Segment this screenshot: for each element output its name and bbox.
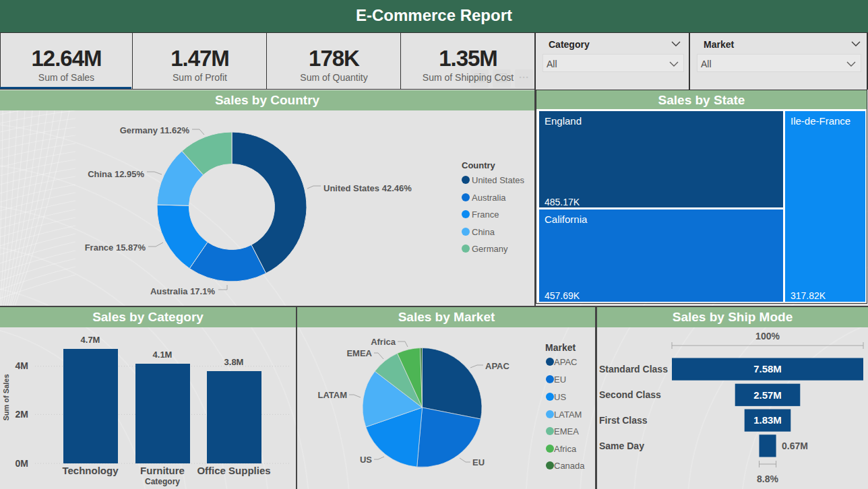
svg-text:Furniture: Furniture — [140, 465, 185, 476]
svg-text:Sum of Sales: Sum of Sales — [2, 374, 10, 420]
svg-text:3.8M: 3.8M — [224, 357, 244, 367]
svg-text:EU: EU — [554, 374, 566, 385]
svg-text:France: France — [472, 209, 499, 220]
svg-text:US: US — [360, 455, 372, 465]
svg-text:Office Supplies: Office Supplies — [197, 465, 270, 476]
svg-text:United States: United States — [472, 175, 525, 185]
svg-text:1.83M: 1.83M — [753, 414, 782, 426]
svg-text:Africa: Africa — [554, 444, 577, 454]
svg-text:Africa: Africa — [371, 337, 396, 347]
svg-text:Germany 11.62%: Germany 11.62% — [120, 125, 190, 135]
svg-text:Category: Category — [145, 477, 180, 486]
svg-text:7.58M: 7.58M — [753, 363, 782, 374]
svg-text:Country: Country — [462, 160, 496, 170]
svg-text:United States 42.46%: United States 42.46% — [323, 183, 412, 193]
svg-text:Australia 17.1%: Australia 17.1% — [150, 286, 216, 296]
svg-text:Australia: Australia — [472, 193, 506, 203]
svg-text:LATAM: LATAM — [317, 390, 347, 400]
svg-text:France 15.87%: France 15.87% — [85, 242, 146, 253]
svg-text:Canada: Canada — [554, 461, 585, 471]
svg-text:EU: EU — [472, 457, 485, 467]
svg-text:Standard Class: Standard Class — [599, 364, 668, 374]
svg-text:Germany: Germany — [472, 244, 508, 254]
svg-text:APAC: APAC — [485, 361, 509, 371]
svg-text:EMEA: EMEA — [554, 426, 579, 436]
svg-text:APAC: APAC — [554, 357, 577, 367]
svg-text:Technology: Technology — [62, 465, 119, 476]
svg-text:100%: 100% — [755, 331, 780, 341]
svg-text:China: China — [472, 227, 495, 237]
svg-text:First Class: First Class — [599, 415, 648, 426]
svg-text:2.57M: 2.57M — [753, 389, 782, 401]
svg-text:4.7M: 4.7M — [81, 335, 100, 345]
svg-text:2M: 2M — [16, 409, 28, 420]
svg-text:LATAM: LATAM — [554, 410, 582, 420]
svg-text:0.67M: 0.67M — [782, 441, 808, 451]
svg-text:4.1M: 4.1M — [153, 350, 173, 360]
svg-text:EMEA: EMEA — [346, 348, 372, 358]
svg-text:Same Day: Same Day — [599, 441, 644, 451]
svg-text:China 12.95%: China 12.95% — [88, 169, 144, 179]
svg-text:Market: Market — [545, 342, 576, 353]
svg-text:Second Class: Second Class — [599, 389, 661, 400]
svg-text:US: US — [554, 392, 566, 402]
svg-text:8.8%: 8.8% — [757, 474, 778, 484]
svg-text:0M: 0M — [16, 458, 28, 469]
svg-text:4M: 4M — [16, 360, 28, 371]
